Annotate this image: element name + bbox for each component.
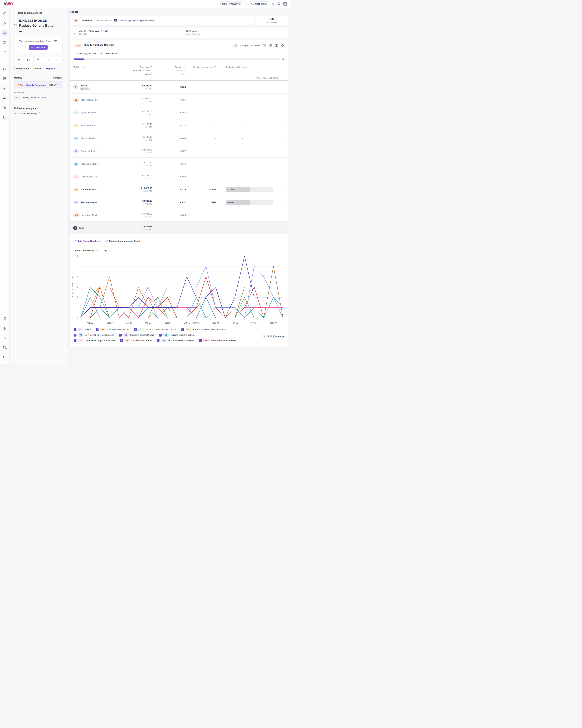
- activity-icon[interactable]: [272, 2, 275, 5]
- legend-checkbox[interactable]: ✓: [96, 328, 99, 331]
- report-play-icon[interactable]: [80, 10, 82, 13]
- legend-checkbox[interactable]: ✓: [74, 328, 77, 331]
- legend-item-v1[interactable]: ✓V1Jetzt Minilab entdecken: [96, 328, 129, 331]
- indepth-toggle[interactable]: [231, 44, 238, 47]
- expected-value-cell: €2.24: [152, 124, 186, 127]
- date-filter-dropdown[interactable]: Oct 20, 2025 - Nov 10, 2025 Date Filter: [79, 27, 182, 38]
- account-selector[interactable]: Inne #996036: [220, 1, 247, 6]
- rail-testing-icon[interactable]: [2, 20, 7, 26]
- legend-item-v2[interactable]: ✓V2Zyklus verstehen mit inne Minilab: [134, 328, 176, 331]
- currency-selector[interactable]: € EUR (Currency): [262, 334, 284, 338]
- back-to-campaigns-link[interactable]: Back to campaigns list: [14, 11, 62, 14]
- help-icon[interactable]: ?: [244, 66, 247, 69]
- row-menu-kebab[interactable]: ⋮: [279, 98, 288, 101]
- visitor-segments-dropdown[interactable]: All Visitors Visitor Segments: [182, 27, 288, 38]
- compare-link[interactable]: Compare: [53, 77, 62, 79]
- unarchive-button[interactable]: Unarchive: [29, 45, 48, 50]
- rail-branch-icon[interactable]: [2, 49, 7, 55]
- row-menu-kebab[interactable]: ⋮: [279, 201, 288, 204]
- archive-action-icon[interactable]: [14, 56, 24, 63]
- rail-heatmap-icon[interactable]: [2, 95, 7, 101]
- help-icon[interactable]: ?: [214, 66, 216, 69]
- tab-review[interactable]: Review: [34, 68, 41, 72]
- data-quality-heart-icon[interactable]: [263, 44, 266, 47]
- rail-deploy-icon[interactable]: [2, 66, 7, 72]
- time-pie-icon[interactable]: [269, 44, 272, 47]
- rail-window-refresh-icon[interactable]: [2, 345, 7, 350]
- legend-checkbox[interactable]: ✓: [120, 339, 123, 342]
- row-menu-kebab[interactable]: ⋮: [279, 111, 288, 114]
- interval-dropdown[interactable]: Daily: [102, 249, 110, 252]
- rail-ab-test-icon[interactable]: A/B: [2, 30, 7, 36]
- legend-item-c[interactable]: ✓CControl: [74, 328, 91, 331]
- row-menu-kebab[interactable]: ⋮: [279, 150, 288, 153]
- need-help-button[interactable]: Need Help?: [249, 1, 269, 6]
- tab-date-range-graph[interactable]: Date Range Graph ?: [74, 240, 101, 245]
- row-menu-kebab[interactable]: ⋮: [279, 137, 288, 140]
- user-avatar[interactable]: [283, 2, 287, 6]
- account-id-chip[interactable]: #996036: [228, 2, 242, 5]
- more-actions-icon[interactable]: ⋮: [53, 56, 62, 63]
- total-value-cell: €48,995193 / 13,554: [127, 225, 152, 231]
- edit-title-icon[interactable]: [60, 19, 62, 21]
- bell-icon[interactable]: [277, 2, 281, 5]
- legend-checkbox[interactable]: ✓: [74, 339, 77, 342]
- legend-label: Jetzt Minilab entdecken: [107, 329, 129, 331]
- duplicate-action-icon[interactable]: [33, 56, 43, 63]
- legend-item-v7[interactable]: ✓V7Finde deinen Rhythmus mit inne: [74, 339, 115, 342]
- session-recordings-item[interactable]: Session Recordings: [14, 112, 62, 115]
- vwo-logo[interactable]: VWO: [4, 1, 13, 6]
- history-action-icon[interactable]: [43, 56, 53, 63]
- legend-checkbox[interactable]: ✓: [182, 328, 184, 331]
- row-menu-kebab[interactable]: ⋮: [279, 213, 288, 217]
- legend-checkbox[interactable]: ✓: [199, 339, 202, 342]
- rail-bolt-icon[interactable]: [2, 326, 7, 331]
- help-icon[interactable]: ?: [277, 77, 279, 79]
- expected-value-cell: €3.88: [152, 176, 186, 178]
- legend-checkbox[interactable]: ✓: [134, 328, 137, 331]
- deployed-campaign-link[interactable]: INNE-672 [HOME]: Replace Gener...: [119, 19, 156, 22]
- help-icon[interactable]: ?: [150, 66, 152, 69]
- gear-icon[interactable]: [281, 44, 284, 47]
- legend-item-v4[interactable]: ✓V4Dein Minilab für Hormonwissen: [74, 333, 114, 337]
- legend-item-v5[interactable]: ✓V5Starte mit deinem Minilab: [119, 333, 154, 337]
- docs-book-icon[interactable]: [275, 44, 278, 47]
- row-menu-kebab[interactable]: ⋮: [279, 124, 288, 127]
- help-icon[interactable]: ?: [98, 240, 101, 242]
- expected-improvement-cell: -: [186, 176, 216, 178]
- tab-reports[interactable]: Reports: [46, 68, 55, 72]
- legend-item-v3[interactable]: ✓V3Hormone tracken – Minilab ansehen: [182, 328, 226, 331]
- tab-expected-improvement-graph[interactable]: Expected Improvement Graph: [105, 240, 140, 245]
- legend-item-v10[interactable]: ✓V10Mehr über Minilab erfahren: [199, 339, 237, 342]
- row-menu-kebab[interactable]: ⋮: [279, 175, 288, 178]
- variations-filter-icon[interactable]: [84, 66, 86, 69]
- help-icon[interactable]: ?: [184, 66, 186, 69]
- probability-cell: -: [216, 137, 279, 139]
- rail-server-icon[interactable]: [2, 76, 7, 81]
- metric-m1-item[interactable]: ☆ M1 Shopify Purchas... Primary: [14, 81, 62, 88]
- rail-calendar-icon[interactable]: [2, 114, 7, 120]
- rail-settings-sliders-icon[interactable]: [2, 335, 7, 341]
- rail-dashboard-icon[interactable]: [2, 11, 7, 17]
- row-menu-kebab[interactable]: ⋮: [279, 162, 288, 165]
- tab-configuration[interactable]: Configuration: [14, 68, 29, 72]
- rail-layers-icon[interactable]: [2, 104, 7, 110]
- row-menu-kebab[interactable]: ⋮: [279, 188, 288, 191]
- rail-panel-icon[interactable]: [2, 354, 7, 360]
- legend-item-v8[interactable]: ✓V8Zur Minilab-Abo-Seite: [120, 339, 151, 342]
- metric-m2-item[interactable]: M2 Shopify Checkout Started: [14, 96, 62, 99]
- metric-dropdown[interactable]: Unique Conversions: [74, 249, 98, 252]
- legend-item-v9[interactable]: ✓V9Jetzt abonnieren & loslegen: [157, 339, 194, 342]
- rail-recordings-icon[interactable]: [2, 316, 7, 321]
- legend-item-v6[interactable]: ✓V6Tägliche Einblicke sichern: [159, 333, 194, 337]
- email-action-icon[interactable]: [24, 56, 33, 63]
- rail-layout-icon[interactable]: [2, 40, 7, 45]
- row-menu-kebab[interactable]: ⋮: [279, 85, 288, 89]
- legend-checkbox[interactable]: ✓: [74, 334, 77, 337]
- copy-icon[interactable]: [238, 3, 240, 5]
- legend-checkbox[interactable]: ✓: [119, 334, 122, 337]
- legend-checkbox[interactable]: ✓: [159, 334, 162, 337]
- notification-bell-icon[interactable]: [281, 58, 284, 60]
- legend-checkbox[interactable]: ✓: [157, 339, 160, 342]
- rail-target-icon[interactable]: [2, 85, 7, 91]
